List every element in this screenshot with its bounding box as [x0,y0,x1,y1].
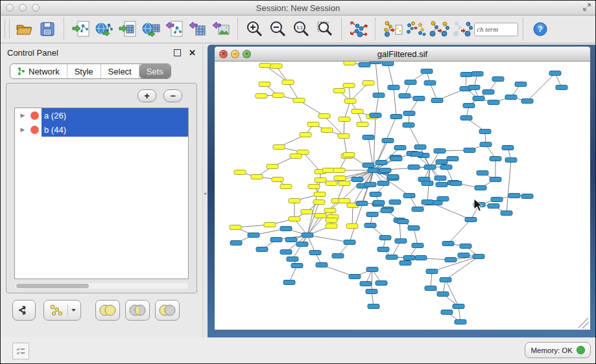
fullscreen-icon[interactable] [582,3,591,12]
add-set-button[interactable]: + [137,89,156,102]
open-folder-icon [15,21,33,38]
export-network-icon [165,20,184,38]
union-sets-button[interactable] [95,300,120,321]
scrollbar-thumb[interactable] [16,284,89,288]
main-toolbar: 1:1 [1,16,595,43]
export-image-button[interactable] [209,17,233,41]
import-table-web-icon [141,20,161,38]
toolbar-drag-handle[interactable] [5,19,10,39]
new-network-hide-unselected-button[interactable] [451,17,474,41]
save-floppy-icon [39,21,56,38]
toolbar-separator [237,18,239,40]
new-network-selected-nodes-button[interactable] [427,17,451,41]
import-network-file-button[interactable] [69,17,93,41]
chevron-down-icon [71,308,77,312]
task-history-button[interactable] [12,343,29,359]
list-item[interactable]: ▶ b (44) [15,122,188,137]
tab-network[interactable]: Network [10,64,67,78]
set-label: b (44) [42,122,188,137]
window-titlebar: Session: New Session [1,1,595,16]
control-panel: Control Panel ✕ Network Style Select Set… [1,44,202,337]
resize-grip-icon [578,318,589,328]
memory-status-label: Memory: OK [530,347,573,354]
application-window: Session: New Session [0,0,596,364]
export-table-icon [188,20,208,38]
sets-toolbar [12,300,180,321]
export-network-button[interactable] [163,17,186,41]
statusbar: Memory: OK [1,337,595,363]
maximize-network-button[interactable]: + [243,50,251,58]
network-window-titlebar[interactable]: ✕ − + galFiltered.sif [215,47,590,62]
tab-label: Sets [147,67,163,76]
open-session-button[interactable] [12,17,36,41]
import-network-web-button[interactable] [93,17,116,41]
yellow-network-icon [48,304,65,317]
new-network-from-selection-button[interactable] [381,17,404,41]
import-table-file-icon [118,20,137,38]
sets-list: ▶ a (26) ▶ b (44) [14,108,189,279]
float-panel-icon[interactable] [174,49,181,56]
minimize-network-button[interactable]: − [231,50,239,58]
new-network-from-selection-icon [382,20,403,38]
mouse-cursor [474,199,482,211]
toolbar-separator [375,18,376,40]
new-network-selected-nodes-icon [429,20,449,38]
horizontal-scrollbar[interactable] [15,283,188,289]
help-icon: ? [532,21,548,37]
zoom-in-button[interactable] [243,17,267,41]
venn-difference-icon [158,304,176,317]
set-dot-icon [30,111,39,120]
network-window-title: galFiltered.sif [215,49,590,59]
apply-layout-button[interactable] [347,17,370,41]
svg-text:1:1: 1:1 [296,25,303,30]
venn-intersection-icon [128,304,147,317]
import-network-file-icon [71,20,91,38]
zoom-fit-icon: 1:1 [292,20,311,38]
control-panel-header: Control Panel ✕ [1,44,202,62]
export-table-button[interactable] [186,17,209,41]
svg-text:?: ? [538,25,542,34]
tab-style[interactable]: Style [67,64,101,78]
new-network-hide-unselected-icon [452,20,473,38]
search-input[interactable] [474,23,518,36]
zoom-out-button[interactable] [267,17,290,41]
import-table-file-button[interactable] [116,17,139,41]
zoom-out-icon [269,20,287,38]
export-image-icon [211,20,231,38]
sets-panel: + − ▶ a (26) ▶ b (44) [6,83,197,293]
first-neighbors-icon [405,20,426,38]
close-panel-icon[interactable]: ✕ [189,49,196,57]
collapse-splitter-icon[interactable]: ◂ [204,190,206,196]
zoom-selected-region-button[interactable] [313,17,337,41]
tab-sets[interactable]: Sets [139,64,171,78]
difference-sets-button[interactable] [155,300,180,321]
help-button[interactable]: ? [529,17,552,41]
network-document-window: ✕ − + galFiltered.sif [208,45,596,339]
remove-set-button[interactable]: − [163,89,182,102]
toolbar-separator [341,18,342,40]
network-window-controls: ✕ − + [219,50,251,58]
split-set-button[interactable] [12,300,36,321]
expander-triangle-icon[interactable]: ▶ [15,122,30,137]
zoom-fit-button[interactable]: 1:1 [290,17,313,41]
tab-label: Network [29,67,60,76]
network-canvas[interactable] [215,62,590,330]
import-table-web-button[interactable] [139,17,163,41]
toolbar-separator [64,18,65,40]
tab-label: Select [108,67,132,76]
expander-triangle-icon[interactable]: ▶ [15,108,30,122]
first-neighbors-button[interactable] [404,17,427,41]
network-tree-icon [18,67,25,76]
zoom-in-icon [246,20,264,38]
list-item[interactable]: ▶ a (26) [15,108,188,122]
close-network-button[interactable]: ✕ [219,50,228,58]
save-session-button[interactable] [36,17,59,41]
tab-select[interactable]: Select [101,64,139,78]
memory-status-button[interactable]: Memory: OK [525,342,591,358]
create-set-from-network-button[interactable] [43,300,81,321]
import-network-web-icon [95,20,114,38]
intersect-sets-button[interactable] [125,300,150,321]
window-title: Session: New Session [1,3,595,13]
apply-layout-icon [349,20,368,38]
set-dot-icon [30,126,39,134]
